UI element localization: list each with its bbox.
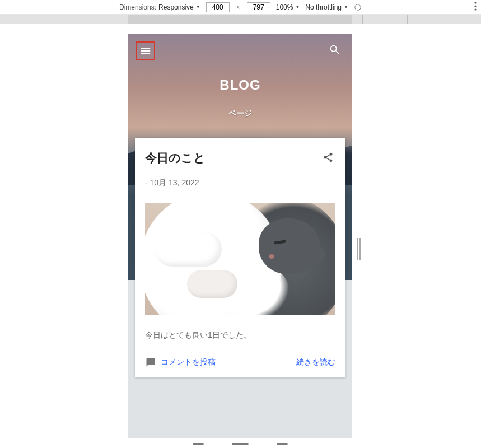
post-excerpt: 今日はとても良い1日でした。	[145, 330, 335, 340]
devtools-device-toolbar: Dimensions: Responsive ▼ × 100% ▼ No thr…	[0, 0, 481, 15]
throttling-value: No throttling	[305, 3, 342, 11]
chevron-down-icon: ▼	[196, 4, 200, 10]
blog-subtitle[interactable]: ページ	[128, 109, 352, 119]
post-date: - 10月 13, 2022	[145, 178, 335, 188]
rotate-icon[interactable]	[354, 3, 362, 11]
resize-handle-right[interactable]	[356, 235, 362, 263]
share-button[interactable]	[321, 150, 335, 167]
zoom-dropdown[interactable]: 100% ▼	[276, 3, 300, 11]
chevron-down-icon: ▼	[344, 4, 348, 10]
dimensions-value: Responsive	[158, 3, 194, 11]
comment-icon	[145, 357, 156, 367]
comment-link-label: コメントを投稿	[161, 357, 216, 367]
readmore-link[interactable]: 続きを読む	[296, 357, 335, 367]
svg-point-4	[474, 8, 476, 10]
width-input[interactable]	[206, 2, 230, 12]
devtools-canvas: BLOG ページ 今日のこと - 10月 13, 2022	[0, 24, 481, 448]
throttling-dropdown[interactable]: No throttling ▼	[305, 3, 348, 11]
post-card: 今日のこと - 10月 13, 2022 今日はとても良い1日でした。	[135, 138, 345, 377]
search-button[interactable]	[325, 40, 344, 62]
search-icon	[329, 44, 341, 56]
hamburger-icon	[139, 45, 152, 57]
post-card-header: 今日のこと	[145, 150, 335, 167]
svg-point-3	[474, 5, 476, 7]
dimensions-dropdown[interactable]: Dimensions: Responsive ▼	[119, 3, 200, 11]
share-icon	[323, 152, 334, 163]
more-options-icon[interactable]	[474, 2, 477, 12]
post-date-link[interactable]: 10月 13, 2022	[150, 178, 199, 187]
svg-line-1	[356, 4, 360, 9]
dimension-separator: ×	[235, 3, 241, 11]
zoom-value: 100%	[276, 3, 293, 11]
menu-button[interactable]	[136, 41, 155, 60]
svg-point-2	[474, 2, 476, 3]
blog-topbar	[128, 34, 352, 68]
dimensions-label: Dimensions:	[119, 3, 156, 11]
resize-handle-bottom[interactable]	[128, 439, 352, 448]
blog-title[interactable]: BLOG	[128, 77, 352, 93]
devtools-ruler	[0, 15, 481, 24]
post-image[interactable]	[145, 203, 335, 315]
comment-link[interactable]: コメントを投稿	[145, 357, 216, 367]
post-card-footer: コメントを投稿 続きを読む	[145, 357, 335, 367]
chevron-down-icon: ▼	[295, 4, 300, 10]
post-title-link[interactable]: 今日のこと	[145, 150, 206, 166]
height-input[interactable]	[247, 2, 270, 12]
device-viewport: BLOG ページ 今日のこと - 10月 13, 2022	[128, 34, 352, 438]
